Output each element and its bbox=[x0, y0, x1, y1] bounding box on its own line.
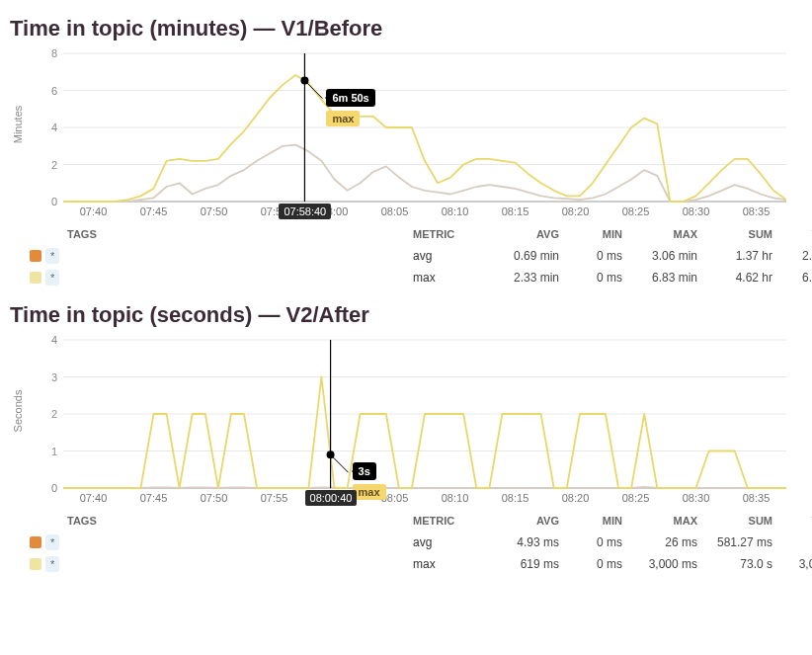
stat-avg: 619 ms bbox=[482, 557, 565, 571]
cursor-time-chip: 08:00:40 bbox=[305, 490, 358, 506]
col-metric: METRIC bbox=[413, 228, 482, 240]
col-avg: AVG bbox=[482, 515, 565, 527]
chart-panel-0: Time in topic (minutes) — V1/BeforeMinut… bbox=[10, 16, 802, 288]
series-swatch-icon bbox=[30, 536, 41, 548]
legend-stats-table: TAGSMETRICAVGMINMAXSUMVALUE*avg4.93 ms0 … bbox=[30, 510, 800, 575]
stat-min: 0 ms bbox=[565, 249, 628, 263]
legend-stats-table: TAGSMETRICAVGMINMAXSUMVALUE*avg0.69 min0… bbox=[30, 223, 800, 288]
stat-value: 6.83 min bbox=[778, 271, 812, 285]
y-axis-label: Seconds bbox=[12, 390, 24, 433]
stat-value: 19 ms bbox=[778, 535, 812, 549]
tag-chip[interactable]: * bbox=[45, 556, 59, 572]
stat-min: 0 ms bbox=[565, 557, 628, 571]
svg-text:2: 2 bbox=[51, 159, 57, 171]
legend-row[interactable]: *avg4.93 ms0 ms26 ms581.27 ms19 ms bbox=[30, 532, 800, 553]
col-min: MIN bbox=[565, 515, 628, 527]
col-tags: TAGS bbox=[67, 515, 413, 527]
stat-max: 3.06 min bbox=[628, 249, 703, 263]
chart-panel-1: Time in topic (seconds) — V2/AfterSecond… bbox=[10, 302, 802, 575]
stat-avg: 4.93 ms bbox=[482, 535, 565, 549]
svg-text:4: 4 bbox=[51, 122, 57, 133]
col-metric: METRIC bbox=[413, 515, 482, 527]
tag-chip[interactable]: * bbox=[45, 248, 59, 264]
chart-title: Time in topic (minutes) — V1/Before bbox=[10, 16, 802, 41]
metric-name: avg bbox=[413, 535, 482, 549]
cursor-series-chip: max bbox=[353, 484, 386, 500]
stat-max: 6.83 min bbox=[628, 271, 703, 285]
col-value: VALUE bbox=[778, 515, 812, 527]
legend-row[interactable]: *max2.33 min0 ms6.83 min4.62 hr6.83 min bbox=[30, 267, 800, 288]
chart-title: Time in topic (seconds) — V2/After bbox=[10, 302, 802, 328]
stat-sum: 4.62 hr bbox=[703, 271, 778, 285]
chart-area[interactable]: Minutes024686m 50smax07:58:40 bbox=[10, 43, 802, 205]
stat-value: 3,000 ms bbox=[778, 557, 812, 571]
stat-avg: 2.33 min bbox=[482, 271, 565, 285]
svg-text:3: 3 bbox=[51, 371, 57, 383]
col-max: MAX bbox=[628, 515, 703, 527]
stat-avg: 0.69 min bbox=[482, 249, 565, 263]
svg-text:6: 6 bbox=[51, 85, 57, 97]
svg-text:0: 0 bbox=[51, 482, 57, 492]
svg-line-25 bbox=[331, 454, 349, 472]
cursor-tooltip: 6m 50s bbox=[326, 89, 374, 107]
svg-text:0: 0 bbox=[51, 196, 57, 205]
chart-area[interactable]: Seconds012343smax08:00:40 bbox=[10, 330, 802, 492]
col-sum: SUM bbox=[703, 515, 778, 527]
col-max: MAX bbox=[628, 228, 703, 240]
series-swatch-icon bbox=[30, 272, 41, 284]
x-axis-labels: 07:4007:4507:5007:5508:0008:0508:1008:15… bbox=[63, 492, 786, 504]
legend-row[interactable]: *max619 ms0 ms3,000 ms73.0 s3,000 ms bbox=[30, 553, 800, 575]
legend-row[interactable]: *avg0.69 min0 ms3.06 min1.37 hr2.28 min bbox=[30, 245, 800, 267]
stat-max: 26 ms bbox=[628, 535, 703, 549]
series-swatch-icon bbox=[30, 558, 41, 570]
metric-name: max bbox=[413, 557, 482, 571]
svg-line-12 bbox=[304, 81, 322, 99]
col-value: VALUE bbox=[778, 228, 812, 240]
metric-name: max bbox=[413, 271, 482, 285]
stat-min: 0 ms bbox=[565, 535, 628, 549]
col-sum: SUM bbox=[703, 228, 778, 240]
tag-chip[interactable]: * bbox=[45, 534, 59, 550]
cursor-time-chip: 07:58:40 bbox=[279, 204, 331, 219]
svg-text:4: 4 bbox=[51, 334, 57, 346]
tag-chip[interactable]: * bbox=[45, 270, 59, 286]
svg-text:1: 1 bbox=[51, 446, 57, 457]
stat-sum: 73.0 s bbox=[703, 557, 778, 571]
x-axis-labels: 07:4007:4507:5007:5508:0008:0508:1008:15… bbox=[63, 205, 786, 217]
col-min: MIN bbox=[565, 228, 628, 240]
stat-min: 0 ms bbox=[565, 271, 628, 285]
stat-value: 2.28 min bbox=[778, 249, 812, 263]
cursor-tooltip: 3s bbox=[353, 462, 376, 480]
stat-max: 3,000 ms bbox=[628, 557, 703, 571]
cursor-series-chip: max bbox=[326, 111, 360, 126]
metric-name: avg bbox=[413, 249, 482, 263]
svg-text:2: 2 bbox=[51, 408, 57, 420]
col-avg: AVG bbox=[482, 228, 565, 240]
stat-sum: 1.37 hr bbox=[703, 249, 778, 263]
series-swatch-icon bbox=[30, 250, 41, 262]
svg-text:8: 8 bbox=[51, 47, 57, 59]
stat-sum: 581.27 ms bbox=[703, 535, 778, 549]
col-tags: TAGS bbox=[67, 228, 413, 240]
y-axis-label: Minutes bbox=[12, 106, 24, 144]
